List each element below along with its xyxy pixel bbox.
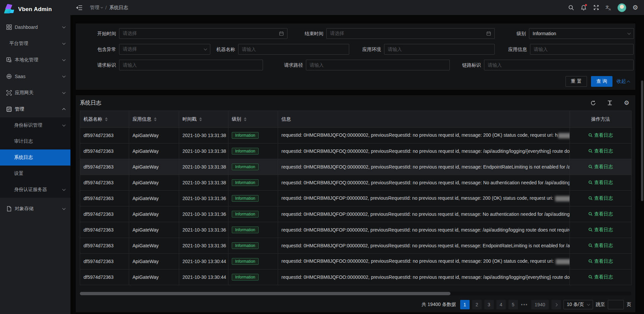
sidebar-subitem-auth-server[interactable]: 身份认证服务器 [0,182,70,198]
total-count: 共 19400 条数据 [422,302,456,308]
cell-level: Information [228,238,278,254]
page-ellipsis[interactable]: ••• [521,302,529,307]
cell-app: ApiGateWay [129,222,179,238]
cell-app: ApiGateWay [129,159,179,175]
cell-level: Information [228,222,278,238]
reset-button[interactable]: 重 置 [566,76,587,87]
cell-machine: df5974d72363 [80,128,129,143]
exception-select[interactable]: 请选择 [119,44,210,55]
page-button-5[interactable]: 5 [508,300,518,309]
saas-icon [6,73,12,79]
cell-app: ApiGateWay [129,206,179,222]
cell-level: Information [228,128,278,143]
sort-icon[interactable] [244,117,247,121]
sidebar-item-gateway[interactable]: 应用网关 [0,84,70,101]
cell-message: requestId: 0HMCRBM8JQFOO:00000002, previ… [278,269,570,285]
app-logo[interactable]: Vben Admin [0,0,70,19]
view-log-link[interactable]: 查看日志 [588,148,613,154]
page-button-last[interactable]: 1940 [531,300,549,309]
machine-name-input[interactable] [242,47,345,52]
translate-icon[interactable]: 文A [604,3,613,12]
cell-time: 2021-10-30 13:30:44 [179,254,228,269]
horizontal-scrollbar[interactable] [80,292,631,296]
sidebar-item-saas[interactable]: Saas [0,68,70,84]
breadcrumb-section[interactable]: 管理 [90,5,103,11]
request-path-input[interactable] [310,62,446,68]
view-log-link[interactable]: 查看日志 [588,211,613,217]
sort-icon[interactable] [199,117,202,121]
placeholder-text: 请选择 [123,46,202,52]
page-button-1[interactable]: 1 [460,300,470,309]
row-height-icon[interactable] [605,98,614,108]
sidebar-subitem-label: 设置 [14,171,65,177]
sidebar-item-platform[interactable]: 平台管理 [0,35,70,52]
request-id-label: 请求标识 [95,60,116,70]
scrollbar-thumb[interactable] [80,292,450,295]
app-info-input[interactable] [534,47,630,52]
page-button-2[interactable]: 2 [472,300,482,309]
app-env-input[interactable] [388,47,491,52]
level-badge: Information [232,179,259,186]
sidebar-item-manage[interactable]: 管理 [0,101,70,117]
sidebar-item-label: 平台管理 [9,41,63,47]
sidebar-subitem-settings[interactable]: 设置 [0,166,70,182]
col-header-level[interactable]: 级别 [228,111,278,128]
settings-gear-icon[interactable]: ⚙ [631,3,640,12]
search-button[interactable]: 查 询 [591,76,612,87]
table-row: df5974d72363 ApiGateWay 2021-10-30 13:31… [80,191,632,206]
end-time-picker[interactable]: 请选择 [326,28,495,39]
manage-icon [6,106,12,112]
search-icon[interactable] [567,3,576,12]
start-time-picker[interactable]: 请选择 [119,28,287,39]
sidebar-item-object-storage[interactable]: 对象存储 [0,200,70,217]
sidebar-item-dashboard[interactable]: Dashboard [0,19,70,35]
page-button-3[interactable]: 3 [484,300,494,309]
menu-fold-icon[interactable] [74,3,84,12]
placeholder-text: 请选择 [330,30,484,37]
level-select[interactable]: Information [529,28,634,39]
sort-icon[interactable] [105,117,108,121]
view-log-link[interactable]: 查看日志 [588,274,613,280]
sidebar-subitem-identity-mgmt[interactable]: 身份标识管理 [0,117,70,133]
avatar[interactable] [618,3,626,12]
col-header-app[interactable]: 应用信息 [129,111,179,128]
cell-time: 2021-10-30 13:31:38 [179,159,228,175]
request-path-input-wrap [306,60,450,70]
view-log-link[interactable]: 查看日志 [588,258,613,264]
page-size-select[interactable]: 10 条/页 [564,300,593,309]
cell-machine: df5974d72363 [80,254,129,269]
fullscreen-icon[interactable] [591,3,601,12]
view-log-link[interactable]: 查看日志 [588,132,613,138]
trace-id-label: 链路标识 [460,60,481,70]
jump-page-input[interactable] [608,300,624,309]
trace-id-input[interactable] [488,62,630,68]
redacted-text [556,259,570,264]
col-header-time[interactable]: 时间戳 [179,111,228,128]
next-page-button[interactable] [551,300,561,309]
sidebar-subitem-audit-log[interactable]: 审计日志 [0,133,70,149]
cell-message: requestId: 0HMCRBM8JQFOQ:00000002, previ… [278,143,570,159]
sidebar-subitem-label: 身份标识管理 [14,122,63,128]
page-button-4[interactable]: 4 [496,300,506,309]
view-log-link[interactable]: 查看日志 [588,227,613,233]
bell-icon[interactable] [579,3,588,12]
sort-icon[interactable] [154,117,157,121]
vertical-scrollbar[interactable] [641,15,643,314]
view-log-link[interactable]: 查看日志 [588,195,613,201]
level-badge: Information [232,195,259,202]
view-log-link[interactable]: 查看日志 [588,243,613,249]
view-log-link[interactable]: 查看日志 [588,164,613,170]
sidebar-item-localization[interactable]: 本地化管理 [0,52,70,68]
cell-level: Information [228,159,278,175]
col-header-machine[interactable]: 机器名称 [80,111,129,128]
scrollbar-thumb[interactable] [641,80,643,201]
column-settings-gear-icon[interactable]: ⚙ [622,98,631,108]
request-id-input[interactable] [123,62,259,68]
view-log-link[interactable]: 查看日志 [588,180,613,186]
collapse-link[interactable]: 收起 [616,78,630,84]
refresh-icon[interactable] [588,98,598,108]
cell-action: 查看日志 [570,269,632,285]
sidebar-item-label: 管理 [15,106,63,112]
cell-machine: df5974d72363 [80,191,129,206]
sidebar-subitem-system-log[interactable]: 系统日志 [0,149,70,166]
